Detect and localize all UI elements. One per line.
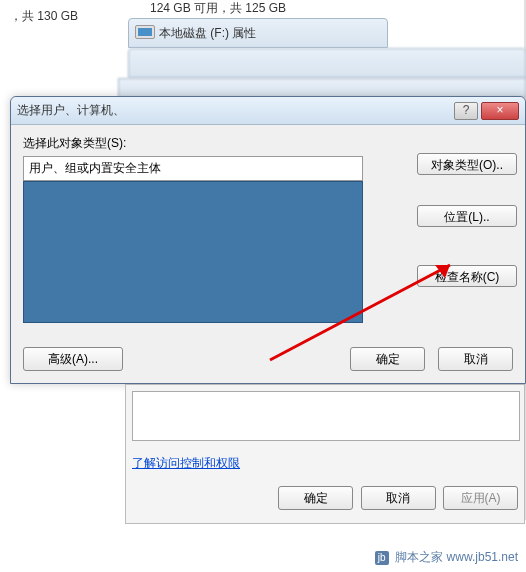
close-button[interactable]: × [481,102,519,120]
background-window-2 [128,48,526,78]
lower-ok-button[interactable]: 确定 [278,486,353,510]
watermark-icon: jb [375,551,389,565]
security-panel: 了解访问控制和权限 确定 取消 应用(A) [125,384,525,524]
advanced-button[interactable]: 高级(A)... [23,347,123,371]
lower-apply-button[interactable]: 应用(A) [443,486,518,510]
watermark: jb 脚本之家 www.jb51.net [375,549,518,566]
object-type-label: 选择此对象类型(S): [23,135,513,152]
drive-icon [135,25,155,39]
watermark-text: 脚本之家 www.jb51.net [395,550,518,564]
lower-cancel-button[interactable]: 取消 [361,486,436,510]
dialog-title: 选择用户、计算机、 [17,102,454,119]
learn-about-link[interactable]: 了解访问控制和权限 [132,456,240,470]
ok-button[interactable]: 确定 [350,347,425,371]
dialog-body: 选择此对象类型(S): 用户、组或内置安全主体 对象类型(O).. 位置(L).… [11,125,525,383]
lower-button-row: 确定 取消 应用(A) [132,486,518,510]
help-button[interactable]: ? [454,102,478,120]
bg-drive-info: 124 GB 可用，共 125 GB [150,0,286,17]
background-window-3 [118,78,526,98]
bg-disk-total: ，共 130 GB [10,8,78,25]
properties-window-titlebar: 本地磁盘 (F:) 属性 [128,18,388,48]
cancel-button[interactable]: 取消 [438,347,513,371]
dialog-titlebar[interactable]: 选择用户、计算机、 ? × [11,97,525,125]
locations-button[interactable]: 位置(L).. [417,205,517,227]
object-names-textarea[interactable] [23,181,363,323]
check-names-button[interactable]: 检查名称(C) [417,265,517,287]
properties-window-title: 本地磁盘 (F:) 属性 [159,25,256,42]
object-types-button[interactable]: 对象类型(O).. [417,153,517,175]
select-users-dialog: 选择用户、计算机、 ? × 选择此对象类型(S): 用户、组或内置安全主体 对象… [10,96,526,384]
object-type-field[interactable]: 用户、组或内置安全主体 [23,156,363,181]
permissions-list[interactable] [132,391,520,441]
